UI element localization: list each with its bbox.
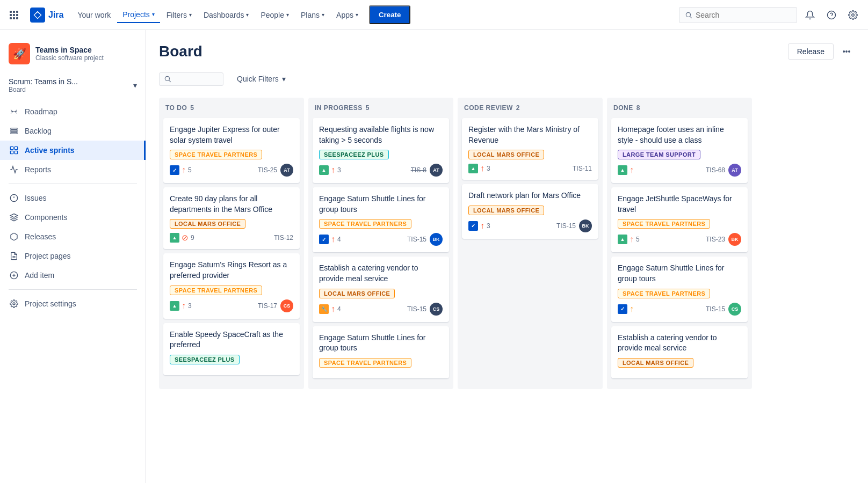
card-label: SEESPACEEZ PLUS [319,150,389,159]
quick-filters-button[interactable]: Quick Filters ▾ [230,71,293,87]
svg-point-9 [686,12,690,17]
card[interactable]: Engage Saturn Shuttle Lines for group to… [611,257,748,321]
card-meta: TIS-12 [274,234,293,241]
main-layout: 🚀 Teams in Space Classic software projec… [0,30,868,483]
card-title: Draft network plan for Mars Office [468,191,592,201]
story-points: 5 [188,166,192,174]
svg-rect-8 [16,17,18,19]
story-points: 3 [337,166,341,174]
nav-filters[interactable]: Filters ▾ [161,8,197,23]
sidebar-item-project-pages[interactable]: Project pages [0,246,146,266]
priority-high-icon: ↑ [331,304,335,314]
svg-rect-6 [10,17,12,19]
card[interactable]: Engage Saturn Shuttle Lines for group to… [313,187,449,252]
card-meta: TIS-15 BK [407,233,443,246]
scrum-section[interactable]: Scrum: Teams in S... Board ▾ [0,73,146,98]
card-title: Engage Saturn Shuttle Lines for group to… [319,333,443,354]
card-title: Engage Saturn's Rings Resort as a prefer… [170,260,293,281]
card-footer: ▲↑ 3 TIS-8 AT [319,164,443,177]
story-points: 5 [636,236,640,243]
card-icons: ▲↑ 5 [618,235,640,244]
card[interactable]: Engage Jupiter Express for outer solar s… [163,118,300,183]
nav-apps[interactable]: Apps ▾ [331,8,364,23]
board-search-input[interactable] [171,75,214,83]
scrum-chevron[interactable]: ▾ [133,81,137,90]
sidebar-label-add-item: Add item [25,271,54,280]
sidebar-label-reports: Reports [25,165,51,174]
card[interactable]: Establish a catering vendor to provide m… [313,257,449,321]
check-icon: ✓ [170,165,179,175]
board-actions: Release ••• [788,43,855,60]
block-icon: ⊘ [182,233,189,243]
svg-line-31 [169,80,171,82]
card-footer: ✓↑ 5 TIS-25 AT [170,164,293,177]
top-navigation: Jira Your work Projects ▾ Filters ▾ Dash… [0,0,868,30]
grid-icon[interactable] [6,8,21,23]
story-icon: ▲ [170,301,179,311]
priority-high-icon: ↑ [331,165,335,175]
sidebar-item-releases[interactable]: Releases [0,227,146,246]
card-id: TIS-15 [706,305,725,313]
release-button[interactable]: Release [788,43,834,60]
components-icon [9,212,19,223]
card-label: SPACE TRAVEL PARTNERS [319,358,411,368]
card-label: LOCAL MARS OFFICE [468,206,544,215]
quick-filters-label: Quick Filters [237,75,279,83]
project-info: Teams in Space Classic software project [35,46,137,62]
nav-projects[interactable]: Projects ▾ [117,7,160,23]
svg-rect-0 [10,11,12,13]
card[interactable]: Create 90 day plans for all departments … [163,187,300,249]
more-options-button[interactable]: ••• [838,43,855,60]
card-meta: TIS-8 AT [411,164,443,177]
card-id: TIS-15 [556,222,576,230]
story-points: 3 [188,302,192,310]
sidebar-item-project-settings[interactable]: Project settings [0,294,146,313]
priority-high-icon: ↑ [182,165,186,175]
sidebar-item-issues[interactable]: Issues [0,188,146,208]
card[interactable]: Engage JetShuttle SpaceWays for travel S… [611,187,748,252]
column-count: 2 [516,104,520,112]
sidebar-item-reports[interactable]: Reports [0,160,146,179]
notifications-button[interactable] [801,6,819,24]
dashboards-chevron: ▾ [246,12,249,18]
card[interactable]: Enable Speedy SpaceCraft as the preferre… [163,323,300,375]
card[interactable]: Draft network plan for Mars Office LOCAL… [462,184,598,239]
sidebar-item-roadmap[interactable]: Roadmap [0,102,146,121]
settings-button[interactable] [844,6,862,24]
card[interactable]: Homepage footer uses an inline style - s… [611,118,748,183]
sidebar: 🚀 Teams in Space Classic software projec… [0,30,146,483]
card-footer: ▲⊘ 9 TIS-12 [170,233,293,243]
board-filter-search[interactable] [159,72,223,86]
card[interactable]: Requesting available flights is now taki… [313,118,449,183]
column-in-progress: IN PROGRESS 5 Requesting available fligh… [308,98,453,389]
card-footer: ▲↑ 3 TIS-17 CS [170,299,293,312]
card[interactable]: Engage Saturn Shuttle Lines for group to… [313,326,449,378]
search-input[interactable] [696,11,791,19]
sidebar-item-components[interactable]: Components [0,208,146,227]
card-label: SPACE TRAVEL PARTNERS [319,219,411,229]
nav-plans[interactable]: Plans ▾ [295,8,330,23]
card[interactable]: Register with the Mars Ministry of Reven… [462,118,598,180]
card[interactable]: Engage Saturn's Rings Resort as a prefer… [163,253,300,318]
create-button[interactable]: Create [369,5,411,24]
nav-dashboards[interactable]: Dashboards ▾ [198,8,255,23]
nav-your-work[interactable]: Your work [72,8,116,23]
help-button[interactable] [823,6,840,24]
search-icon [685,11,692,19]
card[interactable]: Establish a catering vendor to provide m… [611,326,748,378]
releases-icon [9,231,19,242]
card-title: Engage Saturn Shuttle Lines for group to… [319,194,443,215]
filters-chevron: ▾ [189,12,192,18]
sidebar-item-backlog[interactable]: Backlog [0,121,146,141]
svg-rect-7 [13,17,15,19]
sidebar-item-active-sprints[interactable]: Active sprints [0,141,146,160]
jira-logo[interactable]: Jira [30,8,63,23]
search-box[interactable] [679,7,797,23]
column-title: CODE REVIEW [464,104,513,112]
card-footer: ▲↑ 5 TIS-23 BK [618,233,741,246]
nav-people[interactable]: People ▾ [255,8,294,23]
sidebar-item-add-item[interactable]: Add item [0,266,146,285]
story-icon: ▲ [618,165,627,175]
column-count: 5 [366,104,370,112]
svg-line-10 [690,16,692,18]
